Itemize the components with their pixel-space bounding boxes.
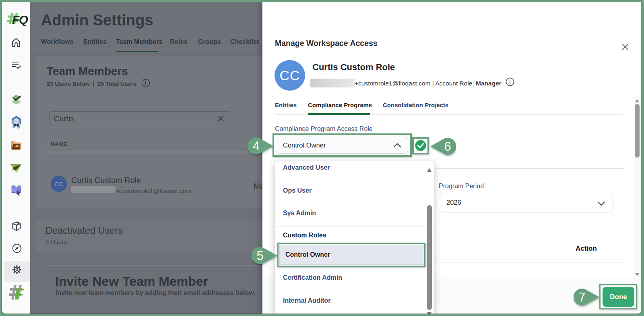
svg-text:5: 5 [256, 249, 263, 263]
svg-text:F: F [14, 286, 25, 303]
svg-text:4: 4 [252, 139, 259, 153]
svg-text:7: 7 [578, 290, 585, 304]
svg-text:FQ: FQ [12, 13, 28, 26]
svg-text:6: 6 [444, 139, 451, 154]
